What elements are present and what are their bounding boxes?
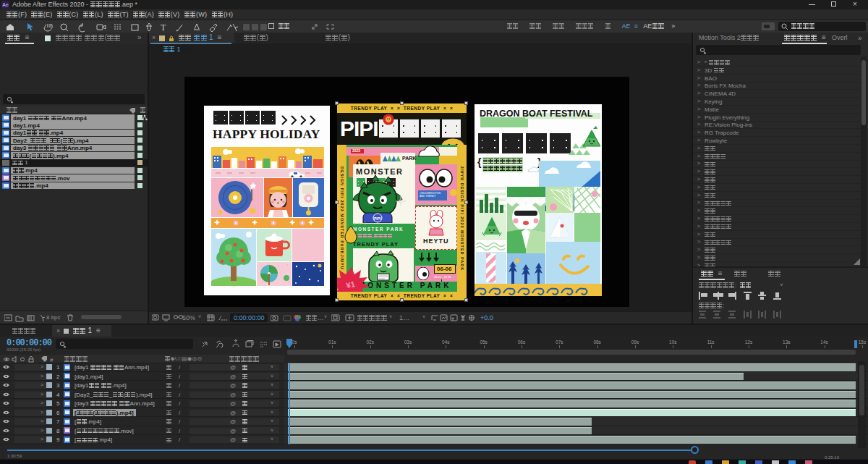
- svg-text:PIPI: PIPI: [374, 216, 381, 221]
- svg-text:#: #: [50, 357, 54, 363]
- svg-text:T: T: [161, 22, 166, 33]
- svg-text:¥1: ¥1: [345, 279, 355, 290]
